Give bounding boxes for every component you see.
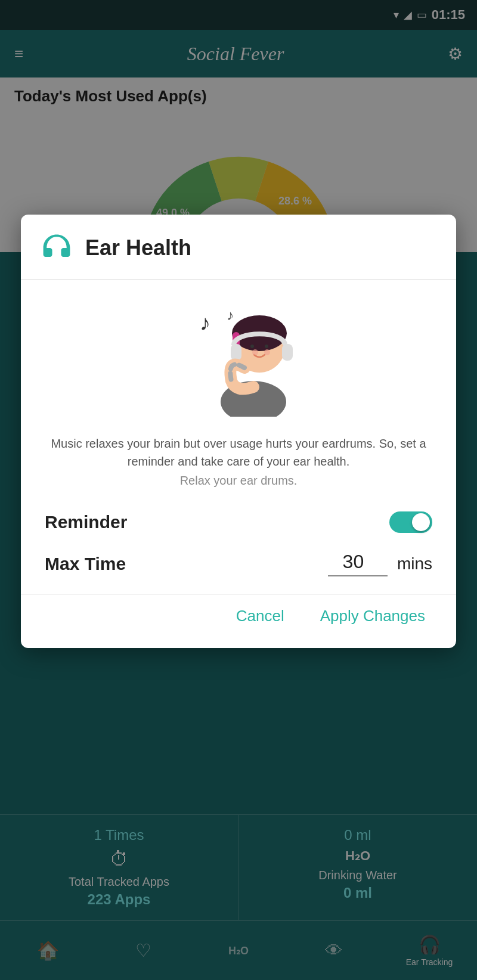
svg-text:♪: ♪ [200, 311, 210, 335]
svg-point-11 [265, 345, 268, 348]
modal-title: Ear Health [85, 235, 191, 260]
max-time-label: Max Time [45, 554, 126, 574]
modal-body-text: Music relaxes your brain but over usage … [21, 429, 456, 500]
svg-point-13 [264, 349, 270, 355]
svg-point-10 [250, 345, 254, 348]
svg-rect-8 [231, 344, 241, 361]
modal-subtext: Relax your ear drums. [45, 474, 432, 488]
svg-point-12 [252, 349, 258, 355]
reminder-label: Reminder [45, 512, 127, 532]
max-time-unit: mins [397, 554, 432, 573]
toggle-knob [412, 513, 430, 531]
max-time-row: Max Time mins [21, 545, 456, 594]
modal-illustration: ♪ ♪ [21, 280, 456, 429]
modal-description: Music relaxes your brain but over usage … [45, 435, 432, 470]
ear-health-modal: Ear Health ♪ ♪ [21, 215, 456, 648]
modal-overlay[interactable]: Ear Health ♪ ♪ [0, 0, 477, 980]
svg-rect-9 [282, 344, 293, 361]
max-time-input-group: mins [328, 551, 432, 576]
modal-actions: Cancel Apply Changes [21, 594, 456, 648]
svg-text:♪: ♪ [227, 307, 234, 323]
max-time-input[interactable] [328, 551, 388, 576]
cancel-button[interactable]: Cancel [224, 601, 296, 631]
headphone-icon [40, 231, 73, 265]
modal-header: Ear Health [21, 215, 456, 280]
apply-changes-button[interactable]: Apply Changes [308, 601, 437, 631]
girl-illustration: ♪ ♪ [167, 297, 310, 417]
reminder-row: Reminder [21, 500, 456, 545]
reminder-toggle[interactable] [389, 511, 432, 533]
